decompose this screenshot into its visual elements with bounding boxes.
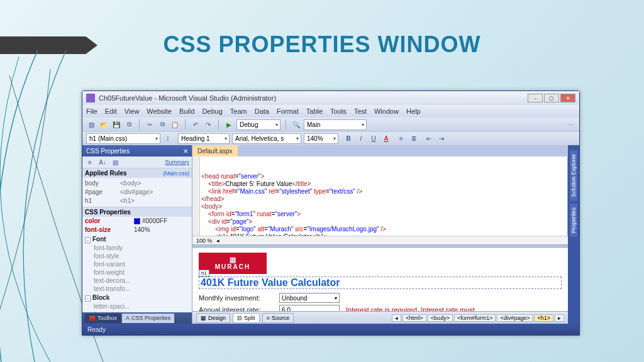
- code-editor[interactable]: <head runat="server"> <title>Chapter 5: …: [192, 156, 568, 236]
- h1-heading: 401K Future Value Calculator: [201, 277, 340, 288]
- right-dock-tabs: Solution Explorer Properties: [568, 145, 579, 324]
- window-title: Ch05FutureValue - Microsoft Visual Studi…: [99, 94, 276, 102]
- titlebar: Ch05FutureValue - Microsoft Visual Studi…: [82, 91, 579, 105]
- close-button[interactable]: ✕: [560, 94, 575, 102]
- css-properties-panel: CSS Properties✕ ≡ A↓ ▤ Summary Applied R…: [82, 145, 192, 324]
- redo-icon[interactable]: ↷: [203, 119, 213, 129]
- menu-edit[interactable]: Edit: [105, 107, 117, 115]
- css-selector-combo[interactable]: h1 (Main.css): [86, 133, 160, 144]
- config-combo[interactable]: Debug: [236, 119, 280, 130]
- menu-format[interactable]: Format: [277, 107, 299, 115]
- minimize-button[interactable]: –: [528, 94, 543, 102]
- chevron-left-icon[interactable]: ◂: [216, 238, 219, 244]
- menu-debug[interactable]: Debug: [202, 107, 222, 115]
- collapse-icon[interactable]: -: [85, 295, 91, 302]
- dock-properties[interactable]: Properties: [570, 204, 577, 237]
- block-format-combo[interactable]: Heading 1: [178, 133, 230, 144]
- alpha-icon[interactable]: A↓: [97, 157, 108, 167]
- saveall-icon[interactable]: ⧉: [124, 119, 134, 129]
- applied-icon[interactable]: ▤: [110, 157, 120, 167]
- summary-link[interactable]: Summary: [165, 159, 189, 165]
- copy-icon[interactable]: ⧉: [157, 119, 167, 129]
- tab-css-properties[interactable]: ACSS Properties: [122, 314, 174, 323]
- font-family-combo[interactable]: Arial, Helvetica, s: [232, 133, 301, 144]
- italic-icon[interactable]: I: [356, 134, 366, 144]
- split-icon: ⊟: [237, 315, 242, 321]
- input-annual-rate[interactable]: 6.0: [279, 305, 340, 311]
- label-annual-rate: Annual interest rate:: [199, 306, 279, 311]
- dock-solution-explorer[interactable]: Solution Explorer: [570, 150, 577, 201]
- statusbar: Ready: [82, 324, 579, 335]
- menu-test[interactable]: Test: [354, 107, 367, 115]
- slide-title: CSS PROPERTIES WINDOW: [0, 31, 644, 58]
- menu-data[interactable]: Data: [255, 107, 269, 115]
- list-ul-icon[interactable]: ≡: [396, 134, 406, 144]
- h1-selection-box[interactable]: h1 401K Future Value Calculator: [199, 277, 562, 289]
- menu-file[interactable]: File: [86, 107, 97, 115]
- source-icon: ≡: [267, 315, 270, 321]
- applied-rules-header: Applied Rules (Main.css): [82, 168, 192, 178]
- toolbar-overflow-icon[interactable]: ⋯: [565, 119, 575, 129]
- validation-error: Interest rate is required. Interest rate…: [346, 306, 475, 311]
- menu-help[interactable]: Help: [406, 107, 421, 115]
- document-tabs: Default.aspx: [192, 145, 568, 156]
- left-bottom-tabs: 🧰Toolbox ACSS Properties: [82, 312, 192, 324]
- vs-window: Ch05FutureValue - Microsoft Visual Studi…: [82, 90, 580, 336]
- run-icon[interactable]: ▶: [224, 119, 234, 129]
- paste-icon[interactable]: 📋: [170, 119, 180, 129]
- save-icon[interactable]: 💾: [111, 119, 121, 129]
- menu-window[interactable]: Window: [374, 107, 399, 115]
- bold-icon[interactable]: B: [343, 134, 353, 144]
- crumb-arrow-icon[interactable]: ◂: [392, 314, 401, 322]
- tag-breadcrumb[interactable]: ◂ <html> <body> <form#form1> <div#page> …: [392, 314, 564, 322]
- css-panel-toolbar: ≡ A↓ ▤ Summary: [82, 156, 192, 168]
- menu-view[interactable]: View: [125, 107, 140, 115]
- tab-source[interactable]: ≡Source: [262, 313, 294, 323]
- fontcolor-icon[interactable]: A: [381, 134, 391, 144]
- underline-icon[interactable]: U: [369, 134, 379, 144]
- startup-combo[interactable]: Main: [304, 119, 367, 130]
- standard-toolbar: ▨ 📂 💾 ⧉ ✂ ⧉ 📋 ↶ ↷ ▶ Debug 🔍 Main ⋯: [82, 118, 579, 131]
- view-tabs: ▦Design ⊟Split ≡Source ◂ <html> <body> <…: [192, 311, 568, 324]
- color-swatch-icon: [134, 218, 140, 224]
- app-icon: [86, 94, 95, 102]
- menubar: File Edit View Website Build Debug Team …: [82, 105, 579, 118]
- design-icon: ▦: [201, 315, 206, 321]
- tab-default-aspx[interactable]: Default.aspx: [192, 145, 238, 156]
- undo-icon[interactable]: ↶: [191, 119, 201, 129]
- menu-build[interactable]: Build: [179, 107, 194, 115]
- label-monthly-investment: Monthly investment:: [199, 294, 279, 302]
- tab-design[interactable]: ▦Design: [196, 313, 230, 323]
- tab-split[interactable]: ⊟Split: [233, 313, 260, 323]
- categorized-icon[interactable]: ≡: [85, 157, 95, 167]
- css-properties-list[interactable]: color#0000FF font-size140% -Font font-fa…: [82, 217, 192, 312]
- list-ol-icon[interactable]: ≣: [409, 134, 419, 144]
- h1-tag-label: h1: [199, 270, 209, 277]
- applied-rules-list[interactable]: body<body> #page<div#page> h1<h1>: [82, 178, 192, 207]
- indent-icon[interactable]: ⇥: [436, 134, 447, 144]
- outdent-icon[interactable]: ⇤: [424, 134, 434, 144]
- new-icon[interactable]: ▨: [86, 119, 96, 129]
- cut-icon[interactable]: ✂: [145, 119, 155, 129]
- combo-monthly-investment[interactable]: Unbound: [279, 293, 340, 303]
- zoom-combo[interactable]: 140%: [304, 133, 338, 144]
- css-source-link[interactable]: (Main.css): [163, 170, 189, 177]
- zoom-strip: 100 %◂: [192, 236, 568, 244]
- css-properties-subheader: CSS Properties: [82, 207, 192, 217]
- css-icon: A: [126, 315, 130, 321]
- open-icon[interactable]: 📂: [99, 119, 109, 129]
- logo-book-icon: ▥: [230, 256, 236, 263]
- design-surface[interactable]: ▥MURACH h1 401K Future Value Calculator …: [192, 248, 568, 311]
- css-locate-icon[interactable]: ⟟: [163, 134, 173, 144]
- menu-tools[interactable]: Tools: [330, 107, 347, 115]
- menu-table[interactable]: Table: [306, 107, 323, 115]
- menu-team[interactable]: Team: [230, 107, 247, 115]
- toolbox-icon: 🧰: [89, 315, 96, 321]
- maximize-button[interactable]: ▢: [544, 94, 559, 102]
- menu-website[interactable]: Website: [147, 107, 172, 115]
- css-panel-title: CSS Properties✕: [82, 145, 192, 156]
- crumb-arrow-icon[interactable]: ▸: [555, 314, 564, 322]
- collapse-icon[interactable]: -: [85, 237, 91, 243]
- find-icon[interactable]: 🔍: [291, 119, 301, 129]
- tab-toolbox[interactable]: 🧰Toolbox: [85, 314, 121, 323]
